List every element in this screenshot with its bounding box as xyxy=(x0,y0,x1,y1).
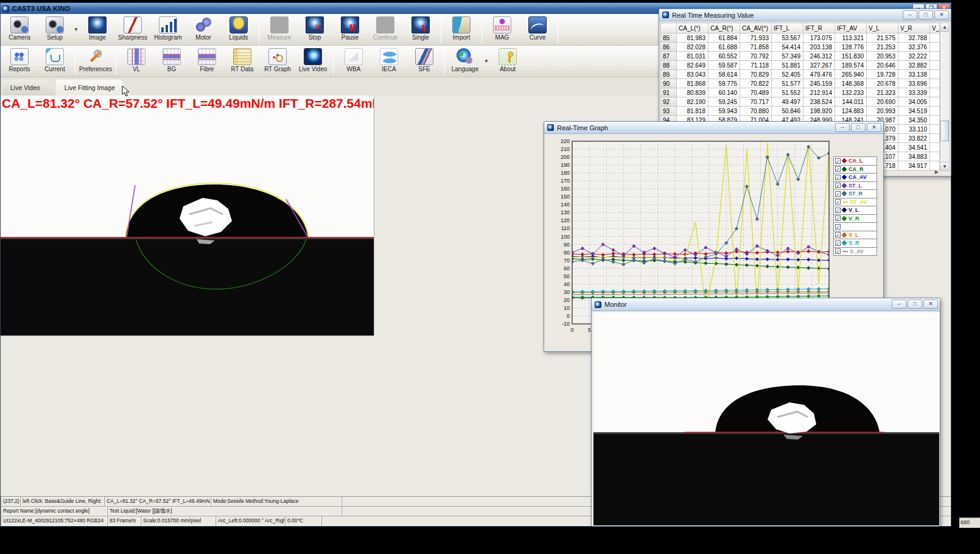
column-header[interactable] xyxy=(661,23,677,33)
legend-diamond-marker xyxy=(842,233,847,237)
minimize-button[interactable]: – xyxy=(892,300,906,309)
toolbar-button-wba[interactable]: WBA xyxy=(336,47,371,76)
close-button[interactable]: ✕ xyxy=(867,123,881,132)
toolbar-button-pause[interactable]: Pause xyxy=(332,15,368,44)
toolbar-button-curve[interactable]: Curve xyxy=(520,15,555,44)
toolbar-button-live-video[interactable]: Live Video xyxy=(295,47,331,76)
column-header[interactable]: IFT_R xyxy=(803,23,835,33)
legend-item-v-r[interactable]: ✓V_R xyxy=(833,214,877,223)
toolbar-separator xyxy=(441,16,441,43)
legend-checkbox[interactable]: ✓ xyxy=(835,191,841,197)
maximize-button[interactable]: □ xyxy=(851,123,866,132)
scroll-right-arrow[interactable]: ▶ xyxy=(935,169,939,175)
legend-item-st-l[interactable]: ✓ST_L xyxy=(833,181,877,191)
table-cell: 80.839 xyxy=(677,88,709,97)
legend-item-s-av[interactable]: ✓S_AV xyxy=(833,247,877,256)
toolbar-button-motor[interactable]: Motor xyxy=(186,15,221,44)
toolbar-button-ieca[interactable]: IECA xyxy=(371,47,407,76)
ieca-icon xyxy=(380,48,398,65)
scroll-up-arrow[interactable]: ▲ xyxy=(940,23,949,32)
toolbar-button-rt-data[interactable]: RT Data xyxy=(225,47,260,76)
maximize-button[interactable]: □ xyxy=(908,300,922,309)
table-cell xyxy=(930,70,940,79)
legend-diamond-marker xyxy=(842,183,847,188)
legend-checkbox[interactable]: ✓ xyxy=(835,248,841,254)
column-header[interactable]: V_L xyxy=(867,23,898,33)
fitting-image[interactable] xyxy=(1,96,374,336)
legend-checkbox[interactable]: ✓ xyxy=(835,199,841,205)
minimize-button[interactable]: – xyxy=(835,123,850,132)
column-header[interactable]: CA_R(°) xyxy=(709,23,740,33)
legend-checkbox[interactable]: ✓ xyxy=(835,158,841,164)
legend-item[interactable]: ✓ xyxy=(833,222,877,231)
legend-item-s-r[interactable]: ✓S_R xyxy=(833,239,877,248)
toolbar-button-liquids[interactable]: Liquids xyxy=(221,15,256,44)
legend-item-s-l[interactable]: ✓S_L xyxy=(833,231,877,240)
legend-checkbox[interactable]: ✓ xyxy=(835,232,841,237)
toolbar-button-image[interactable]: Image xyxy=(80,15,115,44)
toolbar-button-vl[interactable]: VL xyxy=(119,47,154,76)
legend-checkbox[interactable]: ✓ xyxy=(835,166,841,172)
legend-checkbox[interactable]: ✓ xyxy=(835,216,841,221)
legend-checkbox[interactable]: ✓ xyxy=(835,240,841,246)
toolbar-button-stop[interactable]: Stop xyxy=(297,15,332,44)
maximize-button[interactable]: □ xyxy=(919,10,933,19)
table-cell: 33.696 xyxy=(898,79,930,88)
toolbar-button-rt-graph[interactable]: RT Graph xyxy=(260,47,295,76)
toolbar-button-sharpness[interactable]: Sharpness xyxy=(115,15,150,44)
toolbar-separator xyxy=(116,48,116,75)
legend-checkbox[interactable]: ✓ xyxy=(835,183,841,188)
column-header[interactable]: CA_AV(°) xyxy=(740,23,772,33)
scroll-down-arrow[interactable]: ▼ xyxy=(940,162,949,170)
toolbar-button-camera[interactable]: Camera xyxy=(2,15,37,44)
tab-live-video[interactable]: Live Video xyxy=(2,80,56,96)
toolbar-button-language[interactable]: Language xyxy=(447,47,483,76)
status-cell: Mode:Sessile Method:Young-Laplace xyxy=(211,496,341,506)
column-header[interactable]: V_ xyxy=(930,23,940,33)
dropdown-arrow-icon[interactable]: ▼ xyxy=(72,15,80,44)
toolbar-button-current[interactable]: Current xyxy=(37,47,72,76)
ground-region xyxy=(1,239,374,336)
toolbar-button-setup[interactable]: Setup xyxy=(37,15,72,44)
minimize-button[interactable]: – xyxy=(903,10,917,19)
monitor-window-titlebar[interactable]: Monitor – □ ✕ xyxy=(592,298,940,311)
legend-item-ca-r[interactable]: ✓CA_R xyxy=(833,165,877,174)
toolbar-button-reports[interactable]: Reports xyxy=(2,47,37,76)
toolbar-button-histogram[interactable]: Histogram xyxy=(150,15,186,44)
toolbar-button-preferences[interactable]: Preferences xyxy=(78,47,113,76)
tab-live-fitting-image[interactable]: Live Fitting Image xyxy=(56,80,131,96)
column-header[interactable]: CA_L(°) xyxy=(677,23,709,33)
legend-item-ca-av[interactable]: ✓CA_AV xyxy=(833,173,877,182)
toolbar-button-about[interactable]: About xyxy=(490,47,525,76)
close-button[interactable]: ✕ xyxy=(934,10,949,19)
table-cell: 19.728 xyxy=(867,70,898,79)
toolbar-button-label: MAG xyxy=(495,34,509,41)
legend-item-v-l[interactable]: ✓V_L xyxy=(833,206,877,215)
legend-checkbox[interactable]: ✓ xyxy=(835,175,841,180)
legend-item-st-av[interactable]: ✓ST_AV xyxy=(833,198,877,207)
legend-checkbox[interactable]: ✓ xyxy=(835,224,841,230)
legend-checkbox[interactable]: ✓ xyxy=(835,208,841,213)
fitting-image-panel[interactable]: CA_L=81.32° CA_R=57.52° IFT_L=49.49mN/m … xyxy=(1,96,374,336)
table-cell: 34.350 xyxy=(898,116,930,125)
measuring-window-titlebar[interactable]: Real Time Measuring Value – □ ✕ xyxy=(659,9,951,21)
close-button[interactable]: ✕ xyxy=(923,300,938,309)
toolbar-button-bg[interactable]: BG xyxy=(154,47,189,76)
toolbar-button-mag[interactable]: MAG xyxy=(485,15,520,44)
graph-window-titlebar[interactable]: Real-Time Graph – □ ✕ xyxy=(544,122,883,134)
legend-item-st-r[interactable]: ✓ST_R xyxy=(833,189,877,198)
column-header[interactable]: IFT_L xyxy=(772,23,803,33)
scrollbar-thumb[interactable] xyxy=(940,121,949,141)
toolbar-button-import[interactable]: Import xyxy=(444,15,479,44)
toolbar-button-fibre[interactable]: Fibre xyxy=(189,47,225,76)
reports-icon xyxy=(10,48,29,65)
toolbar-button-single[interactable]: Single xyxy=(403,15,438,44)
vertical-scrollbar[interactable]: ▲ ▼ xyxy=(940,23,950,171)
column-header[interactable]: IFT_AV xyxy=(835,23,867,33)
dropdown-arrow-icon[interactable]: ▼ xyxy=(483,47,490,76)
toolbar-button-sfe[interactable]: SFE xyxy=(407,47,442,76)
toolbar-separator xyxy=(558,16,558,43)
status-cell: 0.00℃ xyxy=(285,516,321,526)
column-header[interactable]: V_R xyxy=(898,23,930,33)
legend-item-ca-l[interactable]: ✓CA_L xyxy=(833,156,877,166)
